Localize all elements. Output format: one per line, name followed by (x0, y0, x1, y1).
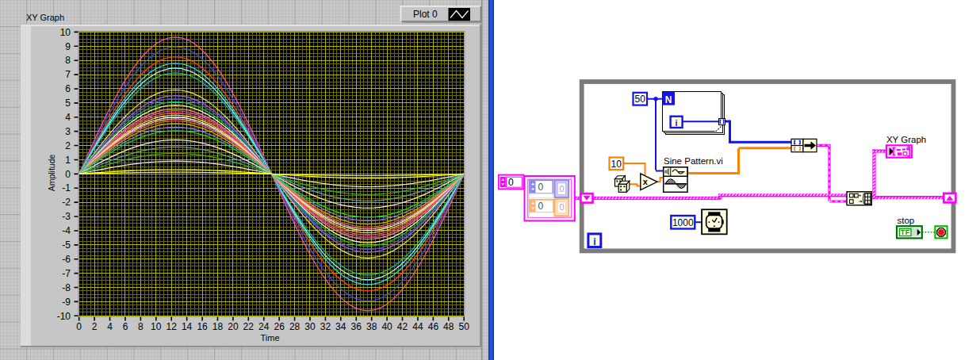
svg-text:-8: -8 (62, 282, 71, 293)
svg-text:32: 32 (320, 321, 331, 332)
svg-text:50: 50 (635, 94, 646, 105)
svg-text:0: 0 (508, 177, 514, 188)
svg-text:Plot 0: Plot 0 (413, 9, 438, 20)
svg-text:Sine Pattern.vi: Sine Pattern.vi (664, 156, 723, 166)
svg-text:Time: Time (261, 333, 280, 343)
svg-text:-10: -10 (57, 311, 71, 322)
svg-text:-3: -3 (62, 211, 71, 222)
svg-text:2: 2 (92, 321, 98, 332)
svg-text:34: 34 (335, 321, 346, 332)
svg-text:10: 10 (611, 159, 622, 170)
svg-text:-4: -4 (62, 225, 71, 236)
svg-text:16: 16 (197, 321, 208, 332)
svg-text:0: 0 (560, 202, 565, 212)
svg-text:36: 36 (351, 321, 362, 332)
svg-text:20: 20 (228, 321, 239, 332)
svg-text:12: 12 (167, 321, 178, 332)
svg-text:2: 2 (65, 140, 71, 151)
svg-text:30: 30 (304, 321, 316, 332)
svg-text:-2: -2 (62, 197, 71, 208)
svg-text:0: 0 (538, 201, 544, 212)
svg-text:10: 10 (151, 321, 162, 332)
svg-text:1000: 1000 (672, 217, 694, 228)
svg-text:42: 42 (397, 321, 408, 332)
svg-text:22: 22 (243, 321, 255, 332)
svg-text:4: 4 (65, 112, 71, 123)
svg-text:1: 1 (65, 155, 71, 166)
svg-text:9: 9 (65, 41, 71, 52)
svg-text:-6: -6 (62, 254, 71, 265)
svg-text:4: 4 (107, 321, 113, 332)
svg-text:0: 0 (538, 182, 544, 193)
svg-text:44: 44 (412, 321, 423, 332)
svg-text:-7: -7 (62, 268, 71, 279)
svg-text:24: 24 (258, 321, 270, 332)
svg-text:14: 14 (182, 321, 193, 332)
svg-text:stop: stop (898, 216, 915, 225)
svg-text:0: 0 (560, 184, 565, 193)
svg-text:N: N (665, 94, 672, 105)
svg-text:40: 40 (381, 321, 392, 332)
svg-text:XY Graph: XY Graph (26, 13, 64, 22)
svg-text:8: 8 (138, 321, 144, 332)
svg-text:46: 46 (428, 321, 439, 332)
svg-text:3: 3 (65, 126, 71, 137)
svg-text:TF: TF (901, 228, 910, 236)
svg-text:10: 10 (60, 27, 71, 38)
svg-text:26: 26 (274, 321, 285, 332)
svg-text:50: 50 (459, 321, 470, 332)
svg-text:18: 18 (212, 321, 224, 332)
svg-text:0: 0 (65, 169, 71, 180)
svg-text:48: 48 (443, 321, 454, 332)
svg-text:x: x (643, 177, 649, 186)
svg-text:i: i (593, 236, 595, 247)
svg-text:0: 0 (76, 321, 82, 332)
svg-text:-5: -5 (62, 239, 71, 251)
svg-text:5: 5 (65, 98, 71, 109)
svg-text:7: 7 (65, 69, 71, 80)
svg-text:-9: -9 (62, 297, 71, 308)
svg-text:6: 6 (123, 321, 128, 332)
svg-text:XY Graph: XY Graph (886, 135, 926, 144)
svg-text:6: 6 (65, 83, 71, 94)
svg-text:-1: -1 (62, 182, 71, 193)
svg-text:28: 28 (289, 321, 301, 332)
svg-text:38: 38 (366, 321, 377, 332)
svg-text:8: 8 (65, 55, 71, 66)
svg-text:Amplitude: Amplitude (47, 155, 56, 192)
svg-text:i: i (676, 118, 678, 128)
